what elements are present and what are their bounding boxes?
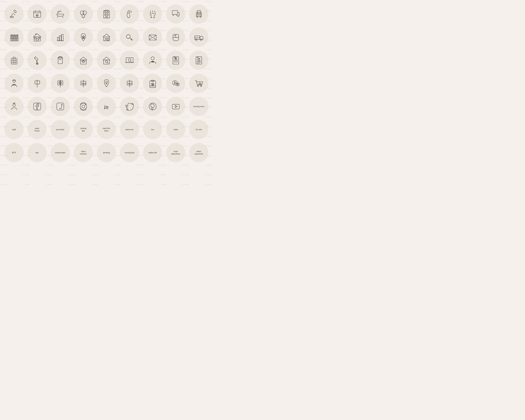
svg-line-2: [13, 13, 15, 15]
icon-circle-fence: [4, 28, 24, 47]
text-circle-moving-tips: moving tips: [120, 143, 139, 162]
svg-point-72: [175, 35, 175, 36]
icon-circle-champagne: [120, 4, 139, 24]
icon-circle-facebook: [28, 97, 47, 116]
icon-circle-linkedin: in: [97, 97, 116, 116]
grid-item-gavel: [3, 3, 25, 25]
svg-rect-58: [83, 37, 84, 38]
profile-person-icon: [9, 102, 19, 111]
icon-circle-blank-sign: [28, 74, 47, 93]
svg-rect-119: [35, 81, 40, 84]
gavel-icon: [9, 9, 19, 19]
grid-item-tiktok: [50, 96, 71, 117]
grid-item-sale-sign: SALE: [119, 73, 140, 94]
text-circle-down-payments: downpayments: [189, 143, 208, 162]
closing-day-label: closingday: [79, 127, 88, 132]
grid-item-facebook: [27, 96, 47, 117]
svg-line-33: [128, 10, 130, 11]
grid-item-paint-brush: [27, 50, 47, 71]
svg-rect-150: [57, 103, 64, 110]
svg-rect-27: [107, 14, 108, 15]
champagne-icon: [125, 9, 134, 19]
grid-item-house-detailed: [27, 27, 47, 48]
grid-item-bar-chart: [50, 27, 71, 48]
svg-rect-54: [57, 37, 59, 41]
icon-circle-gavel: [4, 4, 24, 24]
youtube-play-icon: [171, 102, 181, 111]
coming-soon-label: coming soon: [192, 105, 206, 108]
icon-circle-youtube-play: [166, 97, 185, 116]
testimonials-label: testimonials: [53, 151, 67, 154]
grid-item-bathtub: [50, 3, 71, 25]
for-rent-label: for rent: [194, 128, 204, 131]
pinterest-icon: [148, 102, 158, 111]
svg-rect-26: [105, 14, 106, 15]
blank-sign-icon: [32, 79, 42, 88]
svg-point-92: [83, 60, 84, 61]
svg-rect-96: [126, 57, 133, 63]
calendar-house-icon: [32, 9, 42, 19]
key-location-icon: [102, 79, 111, 88]
fence-icon: [9, 32, 19, 42]
mouse-icon: [171, 32, 181, 42]
svg-point-17: [83, 11, 86, 15]
svg-point-90: [82, 61, 83, 62]
twitter-icon: [125, 102, 134, 111]
icon-circle-price-document: [166, 51, 185, 70]
grid-item-realtor-life-text: realtor life: [142, 142, 163, 163]
grid-item-blank-sign: [27, 73, 47, 94]
icon-circle-profile-person: [4, 97, 24, 116]
grid-item-house-paw: [73, 50, 94, 71]
svg-rect-51: [36, 39, 38, 41]
icon-circle-house-detailed: [28, 28, 47, 47]
paint-bucket-icon: [56, 56, 65, 65]
dollar-house-icon: [56, 79, 65, 88]
icon-circle-calendar-house: [28, 4, 47, 24]
icon-circle-instagram: [74, 97, 93, 116]
svg-line-12: [63, 16, 63, 18]
svg-rect-3: [10, 16, 13, 18]
pending-label: pending: [101, 151, 112, 154]
icon-circle-tiktok: [51, 97, 70, 116]
icon-circle-building: [97, 4, 116, 24]
icon-circle-balloons: [74, 4, 93, 24]
text-circle-coming-soon: coming soon: [189, 97, 208, 116]
text-circle-tips: tips: [28, 143, 47, 162]
text-circle-closing-day: closingday: [74, 120, 93, 139]
grid-item-local-attractions-text: localattractions: [165, 142, 186, 163]
svg-rect-25: [107, 12, 108, 13]
text-circle-meet-team: meet theteam: [97, 120, 116, 139]
svg-rect-24: [105, 12, 106, 13]
grid-item-youtube-play: [165, 96, 186, 117]
text-circle-for-rent: for rent: [189, 120, 208, 139]
bathtub-icon: [56, 9, 65, 19]
house-search-icon: [102, 56, 111, 65]
icon-circle-key-lock: [120, 28, 139, 47]
svg-rect-111: [198, 59, 200, 61]
grid-item-person-worker: [3, 73, 25, 94]
icon-circle-house-simple: [97, 28, 116, 47]
moving-tips-label: moving tips: [123, 151, 136, 154]
grid-item-house-pin: [73, 27, 94, 48]
icon-circle-sale-sign: SALE: [120, 74, 139, 93]
house-sign-icon: [194, 9, 204, 19]
grid-item-building: [96, 3, 117, 25]
instagram-icon: [79, 102, 88, 111]
fun-label: fun: [150, 128, 156, 131]
sold-sign-icon: SOLD: [79, 79, 88, 88]
icon-circle-house-sign: [189, 4, 208, 24]
svg-rect-56: [61, 34, 63, 41]
svg-text:in: in: [104, 104, 108, 110]
icon-circle-twitter: [120, 97, 139, 116]
grid-item-fun-text: fun: [142, 119, 163, 140]
icon-circle-bar-chart: [51, 28, 70, 47]
svg-line-31: [128, 10, 128, 12]
svg-line-32: [129, 11, 130, 13]
svg-line-147: [14, 103, 15, 104]
grid-item-moving-tips-text: moving tips: [119, 142, 140, 163]
icon-circle-cart-house: [189, 74, 208, 93]
grid-item-cart-house: [188, 73, 209, 94]
balloons-icon: [79, 9, 88, 19]
svg-rect-157: [172, 104, 179, 109]
svg-line-83: [35, 57, 36, 58]
